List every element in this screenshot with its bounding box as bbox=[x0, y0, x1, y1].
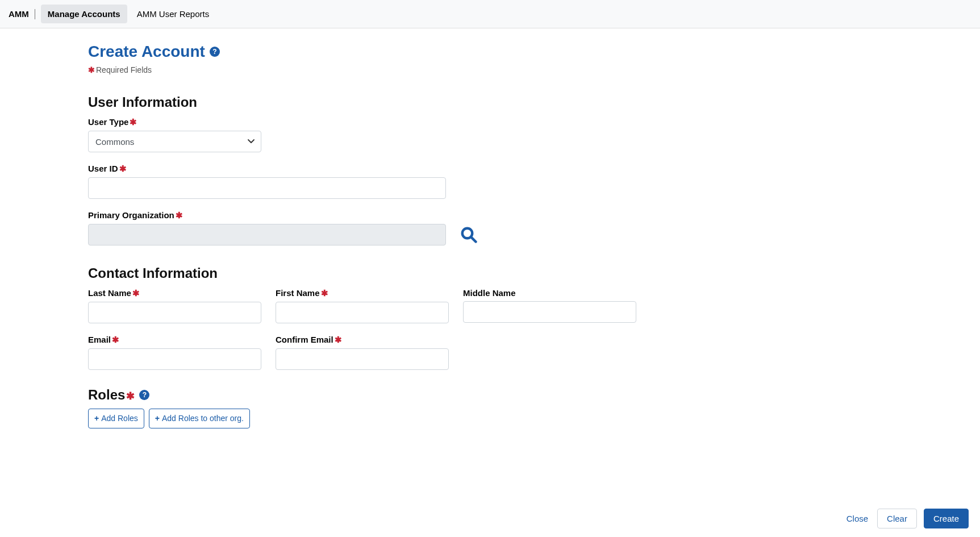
nav-brand: AMM bbox=[9, 9, 32, 19]
plus-icon: + bbox=[94, 413, 99, 424]
main-content: Create Account ? ✱Required Fields User I… bbox=[88, 28, 656, 443]
page-title: Create Account bbox=[88, 43, 205, 61]
add-roles-other-org-button[interactable]: + Add Roles to other org. bbox=[149, 409, 250, 428]
confirm-email-input[interactable] bbox=[276, 348, 449, 370]
asterisk-icon: ✱ bbox=[321, 288, 328, 298]
asterisk-icon: ✱ bbox=[119, 164, 127, 173]
asterisk-icon: ✱ bbox=[130, 117, 137, 127]
asterisk-icon: ✱ bbox=[88, 65, 95, 74]
top-nav: AMM Manage Accounts AMM User Reports bbox=[0, 0, 980, 28]
email-input[interactable] bbox=[88, 348, 261, 370]
asterisk-icon: ✱ bbox=[112, 335, 119, 344]
user-type-select-wrap: Commons bbox=[88, 131, 261, 152]
primary-org-input[interactable] bbox=[88, 224, 446, 245]
user-info-heading: User Information bbox=[88, 94, 656, 110]
user-id-input[interactable] bbox=[88, 177, 446, 199]
last-name-group: Last Name✱ bbox=[88, 288, 261, 323]
user-id-group: User ID✱ bbox=[88, 164, 656, 199]
roles-heading: Roles✱ bbox=[88, 387, 135, 403]
roles-heading-row: Roles✱ ? bbox=[88, 387, 656, 403]
user-type-label-text: User Type bbox=[88, 117, 128, 127]
add-roles-button[interactable]: + Add Roles bbox=[88, 409, 144, 428]
nav-divider bbox=[35, 9, 35, 19]
last-name-label-text: Last Name bbox=[88, 288, 131, 298]
middle-name-group: Middle Name bbox=[463, 288, 636, 323]
name-row: Last Name✱ First Name✱ Middle Name bbox=[88, 288, 656, 323]
user-type-group: User Type✱ Commons bbox=[88, 117, 656, 152]
primary-org-row bbox=[88, 224, 656, 245]
confirm-email-label: Confirm Email✱ bbox=[276, 335, 449, 345]
primary-org-group: Primary Organization✱ bbox=[88, 210, 656, 245]
first-name-input[interactable] bbox=[276, 302, 449, 323]
first-name-label-text: First Name bbox=[276, 288, 320, 298]
email-label-text: Email bbox=[88, 335, 111, 344]
email-label: Email✱ bbox=[88, 335, 261, 345]
first-name-group: First Name✱ bbox=[276, 288, 449, 323]
confirm-email-label-text: Confirm Email bbox=[276, 335, 333, 344]
help-icon[interactable]: ? bbox=[139, 390, 149, 400]
nav-user-reports[interactable]: AMM User Reports bbox=[130, 5, 216, 23]
roles-button-row: + Add Roles + Add Roles to other org. bbox=[88, 409, 656, 428]
last-name-label: Last Name✱ bbox=[88, 288, 261, 298]
required-fields-text: Required Fields bbox=[96, 65, 152, 74]
first-name-label: First Name✱ bbox=[276, 288, 449, 298]
primary-org-label-text: Primary Organization bbox=[88, 210, 174, 220]
roles-heading-text: Roles bbox=[88, 387, 125, 402]
search-icon[interactable] bbox=[460, 226, 477, 243]
asterisk-icon: ✱ bbox=[176, 210, 183, 220]
svg-line-1 bbox=[471, 237, 476, 242]
asterisk-icon: ✱ bbox=[132, 288, 140, 298]
user-id-label: User ID✱ bbox=[88, 164, 656, 174]
middle-name-label: Middle Name bbox=[463, 288, 636, 298]
middle-name-label-text: Middle Name bbox=[463, 288, 516, 298]
email-row: Email✱ Confirm Email✱ bbox=[88, 335, 656, 370]
nav-manage-accounts[interactable]: Manage Accounts bbox=[41, 5, 127, 23]
asterisk-icon: ✱ bbox=[126, 390, 135, 402]
email-group: Email✱ bbox=[88, 335, 261, 370]
last-name-input[interactable] bbox=[88, 302, 261, 323]
add-roles-other-org-label: Add Roles to other org. bbox=[162, 413, 244, 424]
user-type-label: User Type✱ bbox=[88, 117, 656, 127]
plus-icon: + bbox=[155, 413, 160, 424]
contact-info-heading: Contact Information bbox=[88, 265, 656, 281]
confirm-email-group: Confirm Email✱ bbox=[276, 335, 449, 370]
required-fields-note: ✱Required Fields bbox=[88, 65, 656, 74]
user-id-label-text: User ID bbox=[88, 164, 118, 173]
add-roles-label: Add Roles bbox=[101, 413, 138, 424]
primary-org-label: Primary Organization✱ bbox=[88, 210, 656, 220]
middle-name-input[interactable] bbox=[463, 301, 636, 323]
user-type-select[interactable]: Commons bbox=[88, 131, 261, 152]
help-icon[interactable]: ? bbox=[210, 47, 220, 57]
page-title-row: Create Account ? bbox=[88, 43, 656, 61]
asterisk-icon: ✱ bbox=[335, 335, 342, 344]
